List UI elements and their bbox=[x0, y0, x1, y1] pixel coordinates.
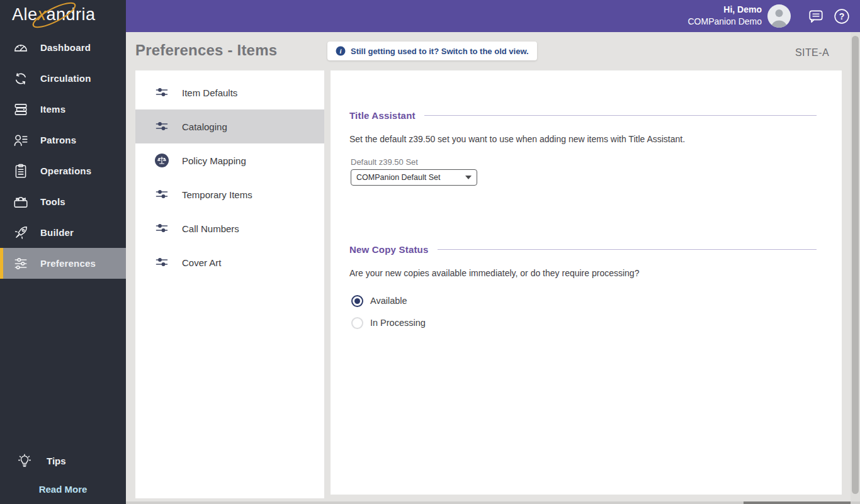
user-block: Hi, Demo COMPanion Demo bbox=[688, 4, 762, 28]
horizontal-scrollbar-track[interactable] bbox=[126, 501, 860, 504]
tips-label: Tips bbox=[47, 456, 66, 466]
sidebar-item-label: Items bbox=[40, 104, 65, 115]
subnav-item-policy-mapping[interactable]: Policy Mapping bbox=[135, 143, 324, 177]
banner-text: Still getting used to it? Switch to the … bbox=[351, 47, 529, 56]
vertical-scrollbar-track[interactable] bbox=[851, 32, 860, 504]
vertical-scrollbar-thumb[interactable] bbox=[852, 36, 859, 494]
subnav-item-label: Item Defaults bbox=[182, 87, 237, 98]
sliders-icon bbox=[154, 221, 169, 236]
user-greeting: Hi, Demo bbox=[688, 4, 762, 16]
sliders-icon bbox=[154, 187, 169, 202]
subnav-item-cover-art[interactable]: Cover Art bbox=[135, 245, 324, 279]
sidebar-item-dashboard[interactable]: Dashboard bbox=[0, 32, 126, 63]
preferences-subnav: Item Defaults Cataloging Policy Mapping bbox=[135, 70, 324, 498]
subnav-item-label: Cataloging bbox=[182, 121, 227, 132]
preferences-icon bbox=[13, 255, 29, 272]
section-title: New Copy Status bbox=[349, 244, 429, 255]
sidebar-item-label: Dashboard bbox=[40, 42, 91, 53]
section-rule bbox=[424, 115, 817, 116]
sidebar-item-items[interactable]: Items bbox=[0, 94, 126, 125]
section-title: Title Assistant bbox=[349, 110, 416, 121]
app-logo-text: Alexandria bbox=[12, 5, 96, 25]
sidebar-item-label: Circulation bbox=[40, 73, 91, 84]
sidebar-item-label: Operations bbox=[40, 165, 91, 176]
help-icon[interactable]: ? bbox=[834, 8, 850, 25]
operations-icon bbox=[13, 163, 29, 179]
policy-scales-icon bbox=[154, 153, 169, 168]
sidebar-item-label: Preferences bbox=[40, 258, 96, 269]
subnav-item-cataloging[interactable]: Cataloging bbox=[135, 109, 324, 143]
sliders-icon bbox=[154, 119, 169, 134]
sidebar-tips[interactable]: Tips bbox=[0, 445, 126, 476]
z3950-set-select[interactable]: COMPanion Default Set bbox=[351, 169, 477, 186]
section-title-assistant: Title Assistant bbox=[349, 110, 817, 121]
topbar: Hi, Demo COMPanion Demo ? bbox=[126, 0, 860, 32]
radio-selected-icon[interactable] bbox=[351, 295, 363, 307]
subnav-item-label: Temporary Items bbox=[182, 189, 252, 200]
z3950-set-label: Default z39.50 Set bbox=[351, 157, 418, 167]
user-account: COMPanion Demo bbox=[688, 16, 762, 28]
sidebar-item-builder[interactable]: Builder bbox=[0, 217, 126, 248]
tools-icon bbox=[13, 194, 29, 210]
radio-unselected-icon[interactable] bbox=[351, 317, 363, 329]
sidebar-item-label: Tools bbox=[40, 196, 65, 207]
sidebar-nav: Dashboard Circulation Items bbox=[0, 32, 126, 279]
subnav-item-temporary-items[interactable]: Temporary Items bbox=[135, 177, 324, 211]
sidebar-item-circulation[interactable]: Circulation bbox=[0, 63, 126, 94]
svg-text:?: ? bbox=[839, 11, 845, 21]
radio-label: In Processing bbox=[370, 318, 426, 328]
subnav-item-label: Policy Mapping bbox=[182, 155, 246, 166]
items-icon bbox=[13, 101, 29, 118]
subnav-item-label: Call Numbers bbox=[182, 223, 239, 234]
section-rule bbox=[438, 249, 817, 250]
page-title: Preferences - Items bbox=[135, 42, 277, 59]
sliders-icon bbox=[154, 85, 169, 100]
app-logo: Alexandria bbox=[0, 0, 126, 32]
logo-gold-x: x bbox=[38, 5, 47, 24]
sidebar-item-preferences[interactable]: Preferences bbox=[0, 248, 126, 279]
sidebar-item-patrons[interactable]: Patrons bbox=[0, 125, 126, 155]
section-description: Are your new copies available immediatel… bbox=[349, 268, 639, 278]
radio-option-in-processing[interactable]: In Processing bbox=[351, 315, 426, 330]
patrons-icon bbox=[13, 132, 29, 148]
z3950-set-value: COMPanion Default Set bbox=[356, 173, 465, 182]
subnav-item-call-numbers[interactable]: Call Numbers bbox=[135, 211, 324, 245]
chevron-down-icon bbox=[465, 176, 472, 179]
site-label: SITE-A bbox=[795, 47, 829, 59]
sidebar: Alexandria Dashboard Circulati bbox=[0, 0, 126, 504]
chat-icon[interactable] bbox=[807, 8, 825, 25]
sliders-icon bbox=[154, 255, 169, 270]
avatar[interactable] bbox=[767, 4, 791, 28]
section-description: Set the default z39.50 set you want to u… bbox=[349, 134, 685, 144]
sidebar-item-operations[interactable]: Operations bbox=[0, 155, 126, 186]
subnav-item-item-defaults[interactable]: Item Defaults bbox=[135, 76, 324, 109]
builder-icon bbox=[13, 225, 29, 241]
radio-label: Available bbox=[370, 296, 407, 306]
sidebar-item-label: Patrons bbox=[40, 135, 76, 145]
radio-option-available[interactable]: Available bbox=[351, 293, 407, 308]
main-panel: Title Assistant Set the default z39.50 s… bbox=[331, 70, 842, 495]
section-new-copy-status: New Copy Status bbox=[349, 244, 817, 255]
info-icon: i bbox=[336, 46, 346, 56]
horizontal-scrollbar-thumb[interactable] bbox=[744, 501, 851, 504]
dashboard-icon bbox=[13, 40, 29, 56]
lightbulb-icon bbox=[16, 453, 33, 469]
sidebar-item-tools[interactable]: Tools bbox=[0, 186, 126, 217]
subnav-item-label: Cover Art bbox=[182, 257, 222, 268]
sidebar-item-label: Builder bbox=[40, 227, 74, 238]
circulation-icon bbox=[13, 70, 29, 87]
old-view-banner[interactable]: i Still getting used to it? Switch to th… bbox=[327, 42, 537, 60]
read-more-link[interactable]: Read More bbox=[0, 484, 126, 495]
